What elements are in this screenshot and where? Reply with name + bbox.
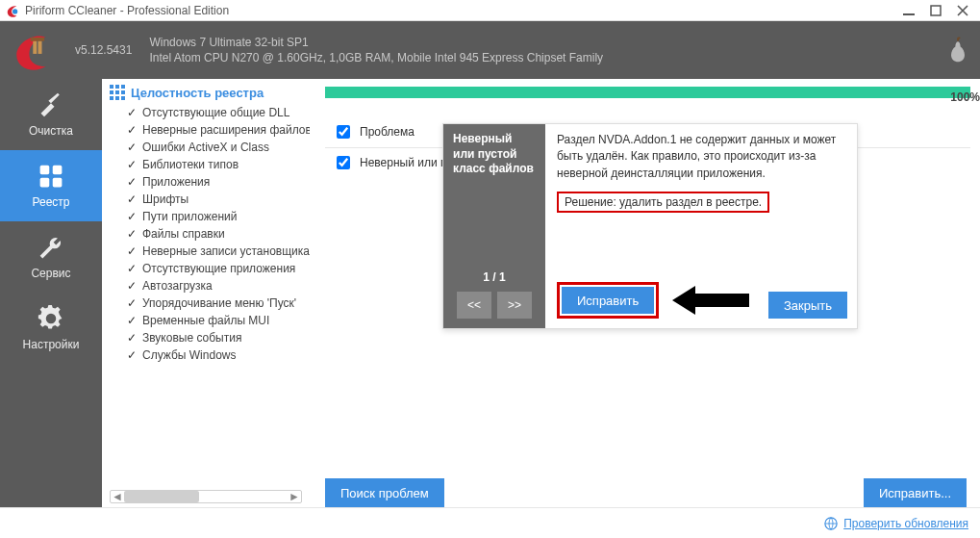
check-updates-link[interactable]: Проверить обновления	[843, 517, 968, 530]
checkmark-icon: ✓	[127, 175, 137, 189]
check-label: Библиотеки типов	[142, 158, 239, 171]
check-label: Неверные расширения файлов	[142, 123, 310, 137]
version-label: v5.12.5431	[75, 43, 132, 57]
title-text: Piriform CCleaner - Professional Edition	[25, 4, 895, 17]
checkmark-icon: ✓	[127, 123, 137, 137]
check-item[interactable]: ✓Автозагрузка	[110, 277, 310, 295]
prev-issue-button[interactable]: <<	[457, 292, 491, 319]
system-line-1: Windows 7 Ultimate 32-bit SP1	[149, 35, 603, 50]
horizontal-scrollbar[interactable]: ◄ ►	[110, 490, 302, 503]
close-button[interactable]: Закрыть	[768, 292, 847, 319]
action-bar: Поиск проблем Исправить...	[325, 478, 967, 507]
grid-icon	[38, 163, 64, 190]
window-close-button[interactable]	[949, 1, 976, 20]
registry-checklist-panel: Целостность реестра ✓Отсутствующие общие…	[102, 79, 310, 507]
checkmark-icon: ✓	[127, 158, 137, 171]
check-label: Автозагрузка	[142, 279, 213, 293]
check-item[interactable]: ✓Отсутствующие приложения	[110, 260, 310, 277]
svg-rect-2	[931, 6, 941, 15]
check-item[interactable]: ✓Временные файлы MUI	[110, 312, 310, 329]
svg-rect-1	[903, 13, 915, 15]
nav-tools[interactable]: Сервис	[0, 221, 102, 293]
window-minimize-button[interactable]	[895, 1, 922, 20]
nav-registry[interactable]: Реестр	[0, 150, 102, 221]
check-item[interactable]: ✓Звуковые события	[110, 329, 310, 346]
heading-icon	[110, 85, 125, 100]
checkmark-icon: ✓	[127, 141, 137, 154]
fix-button[interactable]: Исправить	[562, 287, 654, 314]
window-maximize-button[interactable]	[922, 1, 949, 20]
check-item[interactable]: ✓Отсутствующие общие DLL	[110, 104, 310, 121]
check-item[interactable]: ✓Неверные записи установщика	[110, 243, 310, 260]
checkmark-icon: ✓	[127, 331, 137, 345]
check-item[interactable]: ✓Службы Windows	[110, 346, 310, 364]
check-label: Файлы справки	[142, 227, 225, 241]
progress-percent: 100%	[950, 90, 980, 104]
results-panel: 100% Проблема Неверный или пустой класс …	[310, 79, 980, 507]
globe-icon	[824, 517, 838, 530]
select-all-checkbox[interactable]	[337, 125, 350, 139]
check-label: Приложения	[142, 175, 210, 189]
nav-clean[interactable]: Очистка	[0, 79, 102, 150]
check-item[interactable]: ✓Файлы справки	[110, 225, 310, 243]
issue-counter: 1 / 1	[453, 270, 536, 292]
check-item[interactable]: ✓Ошибки ActiveX и Class	[110, 139, 310, 156]
issue-detail-dialog: Неверный или пустой класс файлов 1 / 1 <…	[442, 123, 858, 329]
fix-button-highlight: Исправить	[557, 282, 659, 319]
svg-marker-10	[672, 286, 749, 315]
dialog-sidebar: Неверный или пустой класс файлов 1 / 1 <…	[443, 124, 545, 328]
svg-rect-3	[31, 38, 44, 41]
status-bar: Проверить обновления	[0, 507, 980, 538]
check-label: Неверные записи установщика	[142, 244, 310, 258]
next-issue-button[interactable]: >>	[497, 292, 532, 319]
progress-bar	[325, 87, 970, 98]
check-item[interactable]: ✓Пути приложений	[110, 208, 310, 225]
arrow-left-icon	[672, 286, 749, 315]
system-info: Windows 7 Ultimate 32-bit SP1 Intel Atom…	[149, 35, 603, 65]
gear-icon	[38, 305, 64, 332]
nav-label: Реестр	[33, 195, 70, 209]
dialog-body: Раздел NVDA.Addon.1 не содержит данных и…	[545, 124, 857, 328]
broom-icon	[38, 91, 64, 118]
scroll-left-icon[interactable]: ◄	[111, 490, 124, 503]
issue-category: Неверный или пустой класс файлов	[453, 132, 536, 177]
nav-label: Настройки	[23, 338, 80, 351]
checkmark-icon: ✓	[127, 244, 137, 258]
check-item[interactable]: ✓Упорядочивание меню 'Пуск'	[110, 295, 310, 312]
checkmark-icon: ✓	[127, 279, 137, 293]
checkmark-icon: ✓	[127, 296, 137, 310]
checkmark-icon: ✓	[127, 262, 137, 275]
checkmark-icon: ✓	[127, 210, 137, 223]
titlebar: Piriform CCleaner - Professional Edition	[0, 0, 980, 21]
nav-label: Очистка	[29, 124, 73, 138]
check-item[interactable]: ✓Неверные расширения файлов	[110, 121, 310, 139]
checkmark-icon: ✓	[127, 106, 137, 119]
checklist-heading: Целостность реестра	[110, 85, 310, 100]
app-icon	[6, 4, 19, 17]
svg-rect-4	[33, 41, 37, 54]
wrench-icon	[38, 234, 64, 261]
heading-text: Целостность реестра	[131, 86, 264, 100]
row-checkbox[interactable]	[337, 156, 350, 169]
app-logo	[12, 30, 52, 70]
scroll-right-icon[interactable]: ►	[288, 490, 301, 503]
check-item[interactable]: ✓Приложения	[110, 173, 310, 191]
svg-rect-9	[53, 178, 63, 188]
fix-all-button[interactable]: Исправить...	[864, 478, 967, 507]
check-label: Упорядочивание меню 'Пуск'	[142, 296, 296, 310]
svg-point-0	[13, 9, 17, 13]
check-item[interactable]: ✓Шрифты	[110, 191, 310, 208]
check-item[interactable]: ✓Библиотеки типов	[110, 156, 310, 173]
svg-rect-6	[40, 166, 50, 175]
checkmark-icon: ✓	[127, 227, 137, 241]
scroll-thumb[interactable]	[124, 491, 199, 502]
svg-rect-8	[40, 178, 50, 188]
scan-button[interactable]: Поиск проблем	[325, 478, 444, 507]
checkmark-icon: ✓	[127, 314, 137, 327]
nav-label: Сервис	[31, 267, 70, 280]
svg-rect-7	[53, 166, 63, 175]
system-line-2: Intel Atom CPU N270 @ 1.60GHz, 1,0GB RAM…	[149, 50, 603, 65]
nav-settings[interactable]: Настройки	[0, 293, 102, 364]
check-label: Отсутствующие приложения	[142, 262, 295, 275]
issue-description: Раздел NVDA.Addon.1 не содержит данных и…	[557, 132, 847, 182]
